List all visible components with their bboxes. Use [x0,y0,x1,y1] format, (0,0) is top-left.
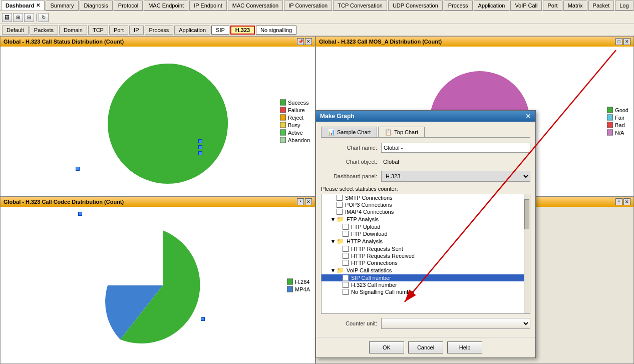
sample-chart-icon: 📊 [328,129,335,136]
tree-no-sig-label: No Signalling Call number [351,289,415,295]
counter-unit-label: Counter unit: [321,320,381,326]
tree-sip-label: SIP Call number [351,275,391,281]
voip-expand[interactable]: ▼ [331,267,336,273]
tree-container[interactable]: SMTP Connections POP3 Connections IMAP4 … [321,194,530,314]
tree-scroll-thumb[interactable] [524,199,529,229]
tree-smtp-label: SMTP Connections [345,195,393,201]
tree-h323-call-number[interactable]: H.323 Call number [322,281,530,288]
http-expand[interactable]: ▼ [331,238,336,244]
counter-unit-row: Counter unit: [321,318,530,329]
modal-footer: OK Cancel Help [316,337,535,357]
tree-pop3-label: POP3 Connections [345,202,392,208]
voip-folder-icon: 📁 [337,267,344,274]
dashboard-panel-row: Dashboard panel: H.323 [321,171,530,182]
chart-object-label: Chart object: [321,159,381,165]
modal-body: 📊 Sample Chart 📋 Top Chart Chart name: C… [316,122,535,337]
tree-ftp-upload-checkbox[interactable] [343,224,349,230]
modal-tab-sample-chart[interactable]: 📊 Sample Chart [321,127,377,137]
tree-http-req-sent-checkbox[interactable] [343,246,349,252]
http-folder-icon: 📁 [337,238,344,245]
tree-http-connections[interactable]: HTTP Connections [322,259,530,266]
ftp-folder-icon: 📁 [337,216,344,223]
tree-http-group[interactable]: ▼ 📁 HTTP Analysis [322,237,530,245]
modal-title: Make Graph [320,113,355,120]
modal-overlay: Make Graph ✕ 📊 Sample Chart 📋 Top Chart … [0,0,634,364]
help-button[interactable]: Help [447,341,482,353]
chart-name-label: Chart name: [321,145,381,151]
chart-object-row: Chart object: Global [321,157,530,167]
dashboard-panel-select[interactable]: H.323 [381,171,530,182]
tree-no-sig-checkbox[interactable] [343,289,349,295]
tree-imap4-label: IMAP4 Connections [345,209,394,215]
tree-ftp-upload-label: FTP Upload [351,224,381,230]
tree-http-requests-sent[interactable]: HTTP Requests Sent [322,245,530,252]
modal-close-button[interactable]: ✕ [525,112,531,120]
counter-unit-select[interactable] [381,318,530,329]
ok-button[interactable]: OK [369,341,404,353]
tree-http-req-recv-checkbox[interactable] [343,253,349,259]
tree-http-requests-received[interactable]: HTTP Requests Received [322,252,530,259]
tree-ftp-download[interactable]: FTP Download [322,230,530,237]
tree-ftp-upload[interactable]: FTP Upload [322,223,530,230]
modal-title-bar: Make Graph ✕ [316,111,535,122]
tree-sip-call-number[interactable]: SIP Call number [322,274,530,281]
tree-ftp-group[interactable]: ▼ 📁 FTP Analysis [322,215,530,223]
top-chart-icon: 📋 [385,129,392,136]
cancel-button[interactable]: Cancel [408,341,443,353]
stats-counter-label: Please select statistics counter: [321,186,530,192]
tree-pop3-checkbox[interactable] [337,202,343,208]
tree-sip-checkbox[interactable] [343,275,349,281]
tree-imap4-checkbox[interactable] [337,209,343,215]
chart-name-input[interactable] [381,143,530,153]
tree-http-conn-label: HTTP Connections [351,260,398,266]
tree-http-label: HTTP Analysis [347,238,383,244]
chart-object-value: Global [381,157,530,167]
tree-http-req-sent-label: HTTP Requests Sent [351,246,403,252]
tree-pop3[interactable]: POP3 Connections [322,201,530,208]
make-graph-modal: Make Graph ✕ 📊 Sample Chart 📋 Top Chart … [315,110,536,358]
ftp-expand[interactable]: ▼ [331,216,336,222]
tree-http-req-recv-label: HTTP Requests Received [351,253,415,259]
tree-no-signalling[interactable]: No Signalling Call number [322,288,530,295]
tree-imap4[interactable]: IMAP4 Connections [322,208,530,215]
tree-scrollbar[interactable] [524,194,530,313]
tree-smtp[interactable]: SMTP Connections [322,194,530,201]
tree-h323-label: H.323 Call number [351,282,397,288]
tree-http-conn-checkbox[interactable] [343,260,349,266]
tree-ftp-download-checkbox[interactable] [343,231,349,237]
tree-ftp-download-label: FTP Download [351,231,388,237]
modal-tab-top-chart[interactable]: 📋 Top Chart [378,127,425,137]
tree-voip-group[interactable]: ▼ 📁 VoIP Call statistics [322,266,530,274]
modal-tabs: 📊 Sample Chart 📋 Top Chart [321,127,530,138]
tree-smtp-checkbox[interactable] [337,195,343,201]
tree-h323-checkbox[interactable] [343,282,349,288]
chart-name-row: Chart name: [321,143,530,153]
tree-voip-label: VoIP Call statistics [347,267,392,273]
dashboard-panel-label: Dashboard panel: [321,173,381,179]
tree-ftp-label: FTP Analysis [347,216,379,222]
